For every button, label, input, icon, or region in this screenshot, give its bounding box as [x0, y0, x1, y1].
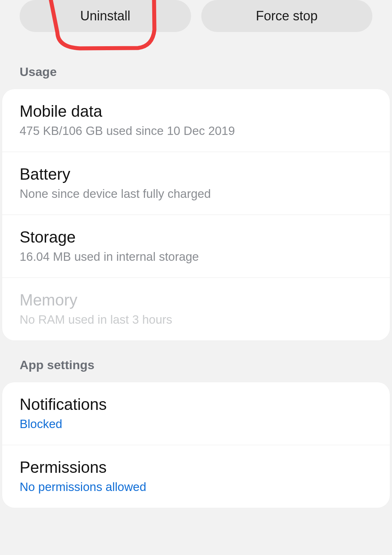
memory-title: Memory — [20, 291, 372, 309]
mobile-data-row[interactable]: Mobile data 475 KB/106 GB used since 10 … — [2, 89, 390, 152]
memory-sub: No RAM used in last 3 hours — [20, 313, 372, 327]
action-button-row: Uninstall Force stop — [0, 0, 392, 32]
permissions-sub: No permissions allowed — [20, 480, 372, 494]
mobile-data-sub: 475 KB/106 GB used since 10 Dec 2019 — [20, 124, 372, 138]
storage-sub: 16.04 MB used in internal storage — [20, 250, 372, 264]
battery-sub: None since device last fully charged — [20, 187, 372, 201]
usage-card: Mobile data 475 KB/106 GB used since 10 … — [2, 89, 390, 340]
notifications-row[interactable]: Notifications Blocked — [2, 382, 390, 445]
uninstall-button[interactable]: Uninstall — [20, 0, 191, 32]
force-stop-button[interactable]: Force stop — [201, 0, 373, 32]
battery-title: Battery — [20, 165, 372, 183]
battery-row[interactable]: Battery None since device last fully cha… — [2, 152, 390, 215]
notifications-sub: Blocked — [20, 417, 372, 431]
storage-row[interactable]: Storage 16.04 MB used in internal storag… — [2, 215, 390, 278]
notifications-title: Notifications — [20, 395, 372, 414]
storage-title: Storage — [20, 228, 372, 246]
usage-section-header: Usage — [0, 65, 392, 79]
app-settings-section-header: App settings — [0, 358, 392, 372]
memory-row: Memory No RAM used in last 3 hours — [2, 278, 390, 340]
permissions-title: Permissions — [20, 458, 372, 476]
permissions-row[interactable]: Permissions No permissions allowed — [2, 445, 390, 508]
app-settings-card: Notifications Blocked Permissions No per… — [2, 382, 390, 508]
mobile-data-title: Mobile data — [20, 102, 372, 120]
